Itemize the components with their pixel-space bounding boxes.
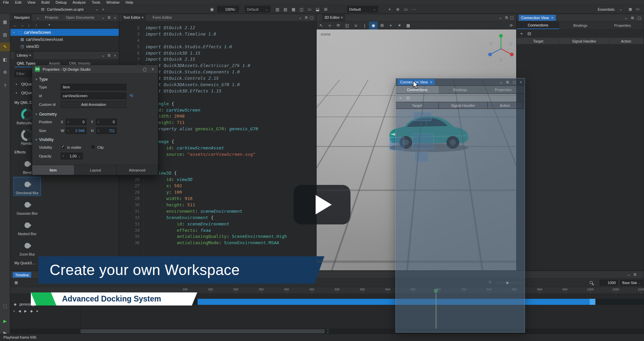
close-icon[interactable]: ×: [430, 80, 432, 84]
move-up-icon[interactable]: ↑: [35, 21, 37, 28]
video-play-button[interactable]: [293, 185, 351, 224]
snap-icon[interactable]: ∪: [352, 21, 360, 29]
more-icon[interactable]: ⋯: [410, 5, 418, 14]
select-icon[interactable]: ↖: [317, 21, 325, 29]
connection-view-floating[interactable]: Connection View×⌄⧉▢×ConnectionsBindingsP…: [395, 78, 525, 333]
align-icon[interactable]: ⊞: [378, 21, 386, 29]
section-type[interactable]: ▾Type: [36, 77, 48, 82]
timeline-settings-icon[interactable]: ▦: [14, 278, 18, 287]
tab-text-editor[interactable]: Text Editor ×: [121, 14, 146, 21]
library-item-zoom-blur[interactable]: Zoom Blur: [14, 238, 41, 257]
document-tab[interactable]: CarViewScreen.ui.qml: [47, 5, 84, 13]
grid-icon[interactable]: ▦: [289, 5, 298, 14]
filter-icon[interactable]: ▼: [48, 21, 51, 28]
move-icon[interactable]: ⊹: [325, 21, 334, 29]
play-icon[interactable]: ▶: [24, 309, 27, 313]
maximize-icon[interactable]: ▢: [310, 14, 313, 21]
apps-icon[interactable]: ▦: [0, 18, 10, 26]
is-visible-checkbox[interactable]: [61, 145, 65, 149]
rows-icon[interactable]: ▤: [281, 5, 289, 14]
add-module-icon[interactable]: +: [14, 91, 18, 95]
move-down-icon[interactable]: ↓: [28, 21, 30, 28]
maximize-icon[interactable]: ▢: [638, 16, 641, 20]
chevron-down-icon[interactable]: ⌄: [299, 14, 302, 21]
expand-caret-icon[interactable]: ▾: [13, 31, 16, 34]
add-connection-icon[interactable]: +: [520, 31, 523, 36]
navigator-item-carviewscreen[interactable]: ▾⬚carViewScreen: [10, 29, 119, 36]
tab-library[interactable]: Library ×: [14, 52, 34, 59]
tab-bindings[interactable]: Bindings: [559, 21, 601, 29]
reset-icon[interactable]: ⟲: [129, 93, 133, 98]
mode-selector[interactable]: Essentials: [598, 5, 614, 13]
menu-debug[interactable]: Debug: [53, 0, 69, 5]
close-icon[interactable]: ×: [29, 53, 31, 57]
tab-form-editor[interactable]: Form Editor: [150, 14, 174, 21]
chevron-down-icon[interactable]: ⌄: [499, 80, 502, 84]
maximize-icon[interactable]: ▢: [510, 14, 514, 21]
keyframe-icon[interactable]: ◆: [30, 309, 33, 313]
float-icon[interactable]: ⧉: [108, 14, 110, 21]
orientation-icon[interactable]: ◉: [369, 21, 378, 29]
tab-navigator[interactable]: Navigator: [12, 14, 32, 21]
scale-icon[interactable]: ◱: [343, 21, 352, 29]
float-icon[interactable]: ⧉: [634, 271, 636, 278]
grid-icon[interactable]: ▦: [404, 21, 413, 29]
section-visibility[interactable]: ▾Visibility: [36, 137, 54, 142]
help-icon[interactable]: ?: [0, 81, 10, 90]
display-icon[interactable]: ⬚: [0, 302, 10, 311]
chevron-down-icon[interactable]: ⌄: [102, 52, 105, 59]
float-icon[interactable]: ⧉: [505, 14, 508, 21]
section-geometry[interactable]: ▾Geometry: [36, 112, 57, 117]
library-item-gaussian-blur[interactable]: Gaussian Blur: [14, 198, 41, 216]
move-left-icon[interactable]: ←: [13, 21, 17, 28]
library-item-masked-blur[interactable]: Masked Blur: [14, 218, 41, 236]
scrollbar-thumb[interactable]: [80, 329, 325, 333]
zoom-icon[interactable]: [590, 281, 593, 284]
tab-projects[interactable]: Projects: [43, 14, 61, 21]
columns-icon[interactable]: ▥: [273, 5, 281, 14]
tab-item[interactable]: Item: [32, 165, 74, 175]
overlay-icon[interactable]: ⬓: [314, 5, 322, 14]
close-icon[interactable]: ×: [551, 16, 553, 20]
tab-properties[interactable]: Properties: [601, 21, 644, 29]
chevron-down-icon[interactable]: ⌄: [499, 14, 502, 21]
chevron-down-icon[interactable]: ⌄: [102, 14, 105, 21]
light-icon[interactable]: ☀: [395, 21, 404, 29]
add-icon[interactable]: ⊕: [394, 5, 402, 14]
maximize-icon[interactable]: ▢: [143, 65, 147, 74]
library-item-directional-blur[interactable]: Directional Blur: [14, 177, 41, 196]
design-mode-icon[interactable]: ✎: [0, 43, 10, 51]
float-icon[interactable]: ⧉: [108, 52, 110, 59]
tools-icon[interactable]: ⚙: [0, 68, 10, 77]
prev-frame-icon[interactable]: ◀: [18, 309, 21, 313]
menu-help[interactable]: Help: [122, 0, 136, 5]
chevron-down-icon[interactable]: ⌄: [619, 5, 622, 13]
play-icon[interactable]: ▶: [0, 317, 10, 326]
tab-bindings[interactable]: Bindings: [439, 86, 482, 93]
record-icon[interactable]: ●: [36, 309, 38, 313]
remove-connection-icon[interactable]: ⊟: [528, 31, 531, 36]
float-icon[interactable]: ⧉: [506, 80, 509, 84]
float-icon[interactable]: ⧉: [631, 16, 634, 20]
width-field[interactable]: 2 048: [66, 127, 87, 134]
chevron-down-icon[interactable]: ⌄: [625, 16, 628, 20]
navigator-item-view3d[interactable]: ◳view3D: [10, 43, 119, 50]
opacity-field[interactable]: 1,00⌄: [61, 153, 83, 159]
move-right-icon[interactable]: →: [20, 21, 24, 28]
menu-build[interactable]: Build: [38, 0, 52, 5]
connection-view-tab[interactable]: Connection View×: [519, 15, 556, 21]
x-field[interactable]: 0: [66, 119, 87, 125]
origin-icon[interactable]: ⌖: [386, 21, 395, 29]
navigator-item-carviewscreenasset[interactable]: ▨carViewScreenAsset: [10, 36, 119, 43]
rotate-icon[interactable]: ⟳: [334, 21, 343, 29]
close-icon[interactable]: ×: [152, 65, 154, 74]
library-item-electriccar-27k[interactable]: Electriccar_27k: [14, 268, 41, 270]
split-icon[interactable]: ◫: [298, 5, 306, 14]
zoom-select[interactable]: 100%: [217, 6, 239, 12]
menu-analyze[interactable]: Analyze: [69, 0, 89, 5]
projects-icon[interactable]: ▤: [0, 30, 10, 39]
target-icon[interactable]: ⌖: [386, 5, 394, 14]
maximize-icon[interactable]: ▢: [513, 80, 516, 84]
tab-layout[interactable]: Layout: [74, 165, 117, 175]
menu-edit[interactable]: Edit: [12, 0, 24, 5]
